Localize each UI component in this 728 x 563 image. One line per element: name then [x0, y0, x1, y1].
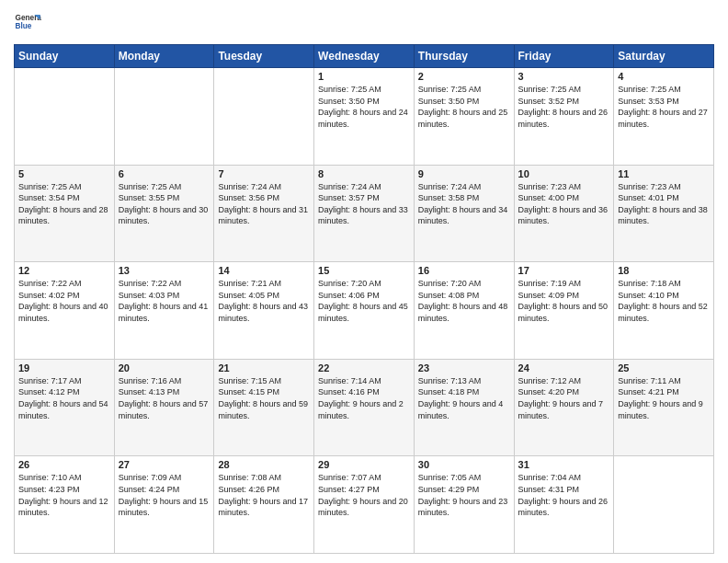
calendar-week-4: 19Sunrise: 7:17 AMSunset: 4:12 PMDayligh…	[15, 359, 714, 456]
weekday-wednesday: Wednesday	[314, 45, 415, 68]
weekday-header-row: SundayMondayTuesdayWednesdayThursdayFrid…	[15, 45, 714, 68]
day-info: Sunrise: 7:09 AMSunset: 4:24 PMDaylight:…	[119, 472, 210, 518]
calendar-cell	[114, 68, 214, 166]
day-number: 29	[318, 459, 410, 470]
calendar-cell: 29Sunrise: 7:07 AMSunset: 4:27 PMDayligh…	[314, 456, 415, 554]
calendar-cell: 4Sunrise: 7:25 AMSunset: 3:53 PMDaylight…	[614, 68, 714, 166]
calendar-cell: 19Sunrise: 7:17 AMSunset: 4:12 PMDayligh…	[15, 359, 115, 456]
day-info: Sunrise: 7:21 AMSunset: 4:05 PMDaylight:…	[218, 278, 310, 324]
day-number: 5	[18, 168, 110, 179]
day-number: 25	[618, 362, 710, 373]
day-info: Sunrise: 7:25 AMSunset: 3:52 PMDaylight:…	[518, 84, 610, 130]
calendar-cell: 13Sunrise: 7:22 AMSunset: 4:03 PMDayligh…	[114, 262, 214, 360]
weekday-saturday: Saturday	[614, 45, 714, 68]
day-info: Sunrise: 7:23 AMSunset: 4:01 PMDaylight:…	[618, 181, 710, 227]
calendar-cell: 20Sunrise: 7:16 AMSunset: 4:13 PMDayligh…	[114, 359, 214, 456]
calendar-cell: 18Sunrise: 7:18 AMSunset: 4:10 PMDayligh…	[614, 262, 714, 360]
calendar-cell: 10Sunrise: 7:23 AMSunset: 4:00 PMDayligh…	[514, 165, 614, 262]
calendar-cell	[214, 68, 314, 166]
day-info: Sunrise: 7:24 AMSunset: 3:58 PMDaylight:…	[418, 181, 510, 227]
day-number: 16	[418, 265, 510, 276]
calendar-cell: 24Sunrise: 7:12 AMSunset: 4:20 PMDayligh…	[514, 359, 614, 456]
calendar-cell: 2Sunrise: 7:25 AMSunset: 3:50 PMDaylight…	[414, 68, 514, 166]
day-info: Sunrise: 7:07 AMSunset: 4:27 PMDaylight:…	[318, 472, 410, 518]
day-info: Sunrise: 7:22 AMSunset: 4:03 PMDaylight:…	[119, 278, 210, 324]
day-number: 7	[218, 168, 310, 179]
weekday-thursday: Thursday	[414, 45, 514, 68]
day-info: Sunrise: 7:08 AMSunset: 4:26 PMDaylight:…	[218, 472, 310, 518]
header: General Blue	[14, 9, 714, 37]
day-info: Sunrise: 7:17 AMSunset: 4:12 PMDaylight:…	[18, 375, 110, 421]
weekday-friday: Friday	[514, 45, 614, 68]
day-info: Sunrise: 7:11 AMSunset: 4:21 PMDaylight:…	[618, 375, 710, 421]
day-number: 20	[119, 362, 210, 373]
day-info: Sunrise: 7:23 AMSunset: 4:00 PMDaylight:…	[518, 181, 610, 227]
calendar-cell	[614, 456, 714, 554]
calendar-cell: 11Sunrise: 7:23 AMSunset: 4:01 PMDayligh…	[614, 165, 714, 262]
calendar-cell: 3Sunrise: 7:25 AMSunset: 3:52 PMDaylight…	[514, 68, 614, 166]
day-number: 30	[418, 459, 510, 470]
page: General Blue SundayMondayTuesdayWednesda…	[0, 0, 728, 563]
day-info: Sunrise: 7:25 AMSunset: 3:54 PMDaylight:…	[18, 181, 110, 227]
calendar-cell: 28Sunrise: 7:08 AMSunset: 4:26 PMDayligh…	[214, 456, 314, 554]
calendar-cell: 30Sunrise: 7:05 AMSunset: 4:29 PMDayligh…	[414, 456, 514, 554]
calendar-week-3: 12Sunrise: 7:22 AMSunset: 4:02 PMDayligh…	[15, 262, 714, 360]
day-info: Sunrise: 7:10 AMSunset: 4:23 PMDaylight:…	[18, 472, 110, 518]
day-info: Sunrise: 7:15 AMSunset: 4:15 PMDaylight:…	[218, 375, 310, 421]
calendar-cell: 15Sunrise: 7:20 AMSunset: 4:06 PMDayligh…	[314, 262, 415, 360]
calendar-week-1: 1Sunrise: 7:25 AMSunset: 3:50 PMDaylight…	[15, 68, 714, 166]
calendar-cell: 23Sunrise: 7:13 AMSunset: 4:18 PMDayligh…	[414, 359, 514, 456]
calendar-cell: 8Sunrise: 7:24 AMSunset: 3:57 PMDaylight…	[314, 165, 415, 262]
calendar-table: SundayMondayTuesdayWednesdayThursdayFrid…	[14, 44, 714, 554]
day-number: 4	[618, 71, 710, 82]
calendar-cell: 31Sunrise: 7:04 AMSunset: 4:31 PMDayligh…	[514, 456, 614, 554]
logo: General Blue	[14, 9, 45, 37]
calendar-cell: 26Sunrise: 7:10 AMSunset: 4:23 PMDayligh…	[15, 456, 115, 554]
calendar-cell: 22Sunrise: 7:14 AMSunset: 4:16 PMDayligh…	[314, 359, 415, 456]
calendar-cell: 16Sunrise: 7:20 AMSunset: 4:08 PMDayligh…	[414, 262, 514, 360]
day-number: 26	[18, 459, 110, 470]
calendar-cell: 9Sunrise: 7:24 AMSunset: 3:58 PMDaylight…	[414, 165, 514, 262]
calendar-cell: 6Sunrise: 7:25 AMSunset: 3:55 PMDaylight…	[114, 165, 214, 262]
calendar-week-5: 26Sunrise: 7:10 AMSunset: 4:23 PMDayligh…	[15, 456, 714, 554]
day-info: Sunrise: 7:24 AMSunset: 3:57 PMDaylight:…	[318, 181, 410, 227]
calendar-cell: 5Sunrise: 7:25 AMSunset: 3:54 PMDaylight…	[15, 165, 115, 262]
day-number: 14	[218, 265, 310, 276]
weekday-monday: Monday	[114, 45, 214, 68]
day-info: Sunrise: 7:13 AMSunset: 4:18 PMDaylight:…	[418, 375, 510, 421]
calendar-cell: 27Sunrise: 7:09 AMSunset: 4:24 PMDayligh…	[114, 456, 214, 554]
calendar-cell: 1Sunrise: 7:25 AMSunset: 3:50 PMDaylight…	[314, 68, 415, 166]
day-info: Sunrise: 7:25 AMSunset: 3:50 PMDaylight:…	[318, 84, 410, 130]
day-info: Sunrise: 7:24 AMSunset: 3:56 PMDaylight:…	[218, 181, 310, 227]
day-info: Sunrise: 7:25 AMSunset: 3:50 PMDaylight:…	[418, 84, 510, 130]
day-number: 27	[119, 459, 210, 470]
day-info: Sunrise: 7:12 AMSunset: 4:20 PMDaylight:…	[518, 375, 610, 421]
day-number: 2	[418, 71, 510, 82]
day-number: 11	[618, 168, 710, 179]
day-number: 24	[518, 362, 610, 373]
day-number: 22	[318, 362, 410, 373]
calendar-cell: 12Sunrise: 7:22 AMSunset: 4:02 PMDayligh…	[15, 262, 115, 360]
day-number: 9	[418, 168, 510, 179]
calendar-week-2: 5Sunrise: 7:25 AMSunset: 3:54 PMDaylight…	[15, 165, 714, 262]
day-info: Sunrise: 7:19 AMSunset: 4:09 PMDaylight:…	[518, 278, 610, 324]
day-info: Sunrise: 7:18 AMSunset: 4:10 PMDaylight:…	[618, 278, 710, 324]
calendar-cell: 7Sunrise: 7:24 AMSunset: 3:56 PMDaylight…	[214, 165, 314, 262]
day-info: Sunrise: 7:20 AMSunset: 4:08 PMDaylight:…	[418, 278, 510, 324]
calendar-cell	[15, 68, 115, 166]
day-info: Sunrise: 7:04 AMSunset: 4:31 PMDaylight:…	[518, 472, 610, 518]
day-number: 15	[318, 265, 410, 276]
day-number: 28	[218, 459, 310, 470]
day-number: 23	[418, 362, 510, 373]
logo-icon: General Blue	[14, 9, 41, 37]
day-number: 6	[119, 168, 210, 179]
day-number: 10	[518, 168, 610, 179]
day-number: 8	[318, 168, 410, 179]
day-info: Sunrise: 7:16 AMSunset: 4:13 PMDaylight:…	[119, 375, 210, 421]
day-number: 12	[18, 265, 110, 276]
day-number: 18	[618, 265, 710, 276]
day-number: 1	[318, 71, 410, 82]
day-info: Sunrise: 7:14 AMSunset: 4:16 PMDaylight:…	[318, 375, 410, 421]
day-info: Sunrise: 7:20 AMSunset: 4:06 PMDaylight:…	[318, 278, 410, 324]
day-info: Sunrise: 7:25 AMSunset: 3:55 PMDaylight:…	[119, 181, 210, 227]
